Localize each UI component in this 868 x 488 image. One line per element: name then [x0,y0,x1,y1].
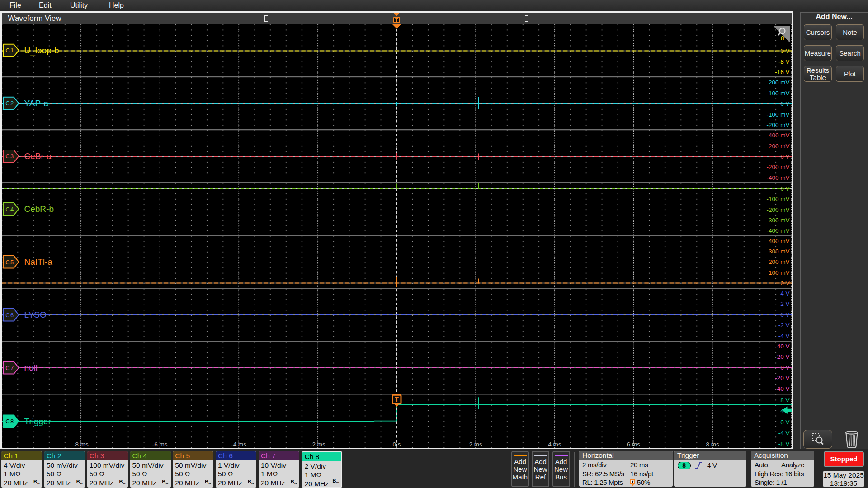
svg-text:0 s: 0 s [392,441,401,448]
svg-text:-4 ms: -4 ms [231,441,246,448]
svg-text:20 V: 20 V [777,353,789,360]
svg-text:C7: C7 [5,364,14,371]
svg-text:-200 mV: -200 mV [766,206,789,213]
svg-text:-200 mV: -200 mV [766,122,789,128]
svg-text:-2 ms: -2 ms [310,441,326,448]
svg-text:200 mV: 200 mV [768,142,789,149]
svg-text:-200 mV: -200 mV [766,164,789,170]
svg-text:C3: C3 [5,153,14,160]
svg-text:0 V: 0 V [780,47,789,54]
svg-text:0 V: 0 V [780,364,789,371]
svg-text:0 V: 0 V [780,100,789,107]
svg-text:CebR-b: CebR-b [24,204,53,214]
svg-text:8: 8 [780,35,784,42]
svg-text:4 ms: 4 ms [548,441,561,448]
svg-text:400 mV: 400 mV [768,132,789,139]
svg-text:-8 ms: -8 ms [73,441,89,448]
svg-text:0 V: 0 V [780,185,789,192]
svg-text:null: null [24,363,38,372]
svg-text:C6: C6 [5,311,14,318]
svg-text:-8 V: -8 V [778,441,789,447]
svg-text:200 mV: 200 mV [768,79,789,86]
svg-text:300 mV: 300 mV [768,248,789,255]
svg-text:4 V: 4 V [780,408,789,414]
svg-text:2 V: 2 V [780,300,789,307]
svg-text:LYSO: LYSO [24,310,46,319]
svg-text:-100 mV: -100 mV [766,196,789,202]
svg-text:400 mV: 400 mV [768,237,789,244]
svg-text:-100 mV: -100 mV [766,111,789,117]
svg-text:100 mV: 100 mV [768,89,789,96]
svg-text:-16 V: -16 V [775,69,789,75]
svg-text:-300 mV: -300 mV [766,217,789,224]
svg-text:-20 V: -20 V [775,375,789,381]
svg-text:C5: C5 [5,258,14,265]
svg-text:C2: C2 [5,100,14,107]
svg-text:0 V: 0 V [780,280,789,286]
svg-text:U_loop-b: U_loop-b [24,46,59,56]
svg-text:0 V: 0 V [780,311,789,318]
svg-text:C1: C1 [5,47,14,54]
svg-text:-4 V: -4 V [778,332,789,339]
svg-text:CeBr-a: CeBr-a [24,151,52,161]
svg-text:YAP-a: YAP-a [24,99,48,108]
svg-text:NaITl-a: NaITl-a [24,257,52,267]
svg-text:-2 V: -2 V [778,322,789,328]
svg-text:4 V: 4 V [780,290,789,296]
svg-text:C8: C8 [5,418,14,425]
svg-text:T: T [395,396,399,403]
svg-text:2 ms: 2 ms [469,441,482,448]
svg-text:-400 mV: -400 mV [766,227,789,234]
svg-text:8 ms: 8 ms [706,441,719,448]
svg-text:-400 mV: -400 mV [766,174,789,181]
svg-text:-6 ms: -6 ms [152,441,167,448]
svg-text:-40 V: -40 V [775,385,789,392]
svg-text:Trigger: Trigger [24,416,51,426]
svg-text:8 V: 8 V [780,396,789,403]
svg-text:100 mV: 100 mV [768,269,789,276]
svg-text:0 V: 0 V [780,153,789,160]
svg-text:6 ms: 6 ms [627,441,640,448]
svg-text:-8 V: -8 V [778,58,789,65]
svg-text:C4: C4 [5,206,14,212]
svg-text:40 V: 40 V [777,343,789,349]
svg-text:-4 V: -4 V [778,429,789,436]
svg-text:0 V: 0 V [780,418,789,425]
svg-text:200 mV: 200 mV [768,258,789,265]
